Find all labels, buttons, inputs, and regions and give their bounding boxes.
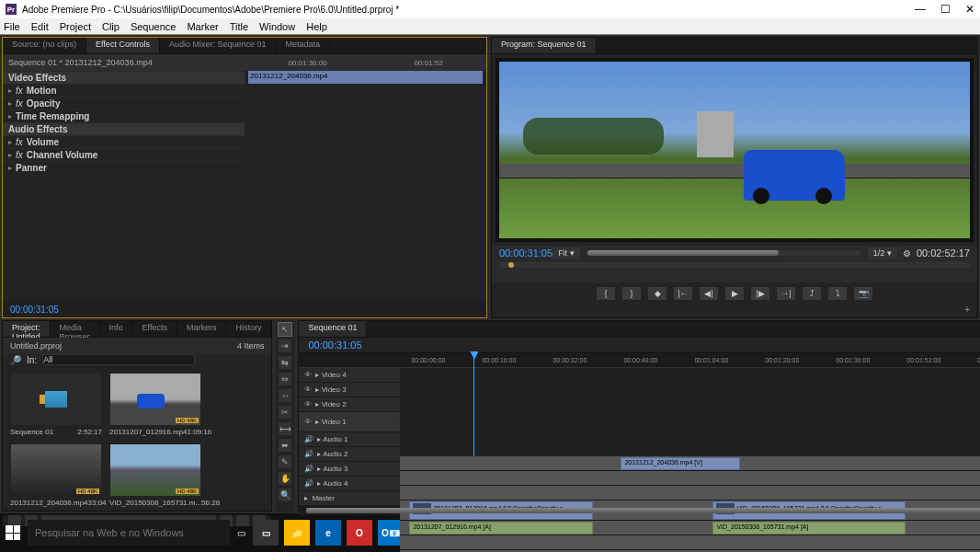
project-tab[interactable]: Markers [177,321,227,337]
track-select-tool[interactable]: ⇥ [278,339,292,353]
timeline-tab[interactable]: Sequence 01 [299,321,367,337]
project-tab[interactable]: Effects [133,321,177,337]
effect-volume[interactable]: ▸ fx Volume [3,135,245,148]
extract-button[interactable]: ⤵ [827,286,848,301]
go-to-in-button[interactable]: |← [673,286,693,301]
resolution-dropdown[interactable]: 1/2 ▾ [868,247,897,259]
effect-opacity[interactable]: ▸ fx Opacity [3,97,245,109]
play-button[interactable]: ▶ [724,286,745,301]
menu-help[interactable]: Help [306,21,327,32]
effect-panner[interactable]: ▸ Panner [3,161,245,174]
project-tab[interactable]: Media Browser [51,321,100,337]
program-tab[interactable]: Program: Sequence 01 [492,38,597,53]
program-total-time: 00:02:52:17 [917,247,970,259]
menu-clip[interactable]: Clip [102,21,120,32]
search-icon[interactable]: 🔎 [10,355,21,365]
taskbar-app[interactable]: 📁 [284,520,310,546]
audio-track-header[interactable]: 🔊 ▸ Audio 4 [299,477,400,491]
project-item[interactable]: HD 48K20131212_204036.mp433:04 [10,443,102,507]
project-thumbnails: Sequence 012:52:17HD 48K20131207_012916.… [3,365,271,514]
maximize-button[interactable]: ☐ [940,3,951,16]
taskbar-search[interactable] [28,520,230,546]
step-back-button[interactable]: ◀| [699,286,719,301]
video-effects-section[interactable]: Video Effects [3,71,245,84]
transport-controls: { } ◆ |← ◀| ▶ |▶ →| ⤴ ⤵ 📷 [492,282,977,305]
start-button[interactable] [6,525,20,540]
new-item-button[interactable] [236,515,249,526]
time-ruler[interactable]: 00:00:00:0000:00:16:0000:00:32:0000:00:4… [400,353,980,368]
zoom-tool[interactable]: 🔍 [278,488,292,502]
effect-motion[interactable]: ▸ fx Motion [3,84,245,97]
timeline-tracks[interactable]: 00:00:00:0000:00:16:0000:00:32:0000:00:4… [400,353,980,506]
menu-project[interactable]: Project [60,21,91,32]
effect-time-remapping[interactable]: ▸ Time Remapping [3,109,245,122]
video-track-header[interactable]: 👁 ▸ Video 4 [299,368,400,383]
mark-in-button[interactable]: { [596,286,616,301]
video-track-header[interactable]: 👁 ▸ Video 2 [299,397,400,412]
audio-effects-section[interactable]: Audio Effects [3,122,245,135]
project-tab-row: Project: UntitledMedia BrowserInfoEffect… [3,321,271,338]
rolling-edit-tool[interactable]: ⇔ [278,372,292,386]
add-marker-button[interactable]: ◆ [647,286,667,301]
hand-tool[interactable]: ✋ [278,471,292,486]
source-tab[interactable]: Source: (no clips) [3,38,86,53]
taskbar-app[interactable]: e [315,520,341,546]
effect-channel-volume[interactable]: ▸ fx Channel Volume [3,148,245,161]
lift-button[interactable]: ⤴ [802,286,822,301]
program-current-time[interactable]: 00:00:31:05 [499,247,553,259]
timeline-current-time[interactable]: 00:00:31:05 [299,338,980,352]
menu-title[interactable]: Title [230,21,248,32]
clip-audio1-b[interactable]: VID_20150308_165731.mp4 [A] [712,522,906,535]
minimize-button[interactable]: — [915,3,926,16]
task-view-button[interactable]: ▭ [237,528,245,538]
razor-tool[interactable]: ✂ [278,405,292,420]
menu-file[interactable]: File [4,21,20,32]
add-panel-button[interactable]: + [964,305,970,315]
source-panel: Source: (no clips)Effect ControlsAudio M… [2,37,487,318]
project-item-count: 4 Items [237,341,265,351]
ec-clip-strip[interactable]: 20131212_204036.mp4 [248,71,483,84]
clip-audio1-a[interactable]: 20131207_012916.mp4 [A] [409,522,593,535]
audio-track-header[interactable]: 🔊 ▸ Audio 3 [299,462,400,477]
taskbar-app[interactable]: O [347,520,372,546]
audio-track-header[interactable]: 🔊 ▸ Audio 2 [299,447,400,462]
slide-tool[interactable]: ⬌ [278,438,292,453]
menu-marker[interactable]: Marker [187,21,218,32]
step-forward-button[interactable]: |▶ [750,286,770,301]
source-tab[interactable]: Audio Mixer: Sequence 01 [160,38,277,53]
project-item[interactable]: HD 48KVID_20150308_165731.m...56:28 [109,443,201,507]
pen-tool[interactable]: ✎ [278,454,292,469]
taskbar-app[interactable]: ▭ [253,520,279,546]
project-tab[interactable]: History [226,321,271,337]
project-tab[interactable]: Info [100,321,133,337]
ripple-edit-tool[interactable]: ⇆ [278,355,292,370]
program-scrub-bar[interactable] [499,262,970,268]
project-tab[interactable]: Project: Untitled [3,321,51,337]
selection-tool[interactable]: ↖ [278,322,292,337]
video-track-header[interactable]: 👁 ▸ Video 1 [299,412,400,432]
project-item[interactable]: HD 48K20131207_012916.mp41:09:16 [109,373,201,436]
program-video-display[interactable] [496,58,974,242]
tool-palette: ↖ ⇥ ⇆ ⇔ ↔ ✂ ⟷ ⬌ ✎ ✋ 🔍 [276,320,294,512]
close-button[interactable]: ✕ [965,3,974,16]
export-frame-button[interactable]: 📷 [853,286,873,301]
rate-stretch-tool[interactable]: ↔ [278,388,292,403]
project-item[interactable]: Sequence 012:52:17 [10,373,102,436]
master-track-header[interactable]: ▸ Master [299,491,400,506]
clip-video4[interactable]: 20131212_204036.mp4 [V] [621,457,740,470]
app-icon: Pr [6,4,17,15]
window-titlebar: Pr Adobe Premiere Pro - C:\Usuários\fili… [0,0,980,18]
source-tab[interactable]: Metadata [276,38,330,53]
menu-edit[interactable]: Edit [31,21,49,32]
zoom-fit-dropdown[interactable]: Fit ▾ [553,247,580,259]
video-track-header[interactable]: 👁 ▸ Video 3 [299,383,400,397]
source-tab[interactable]: Effect Controls [86,38,160,53]
filter-dropdown[interactable] [42,354,195,365]
settings-icon[interactable]: ⚙ [903,248,911,259]
slip-tool[interactable]: ⟷ [278,421,292,436]
menu-sequence[interactable]: Sequence [131,21,177,32]
menu-window[interactable]: Window [259,21,295,32]
mark-out-button[interactable]: } [621,286,642,301]
audio-track-header[interactable]: 🔊 ▸ Audio 1 [299,432,400,447]
go-to-out-button[interactable]: →| [776,286,796,301]
